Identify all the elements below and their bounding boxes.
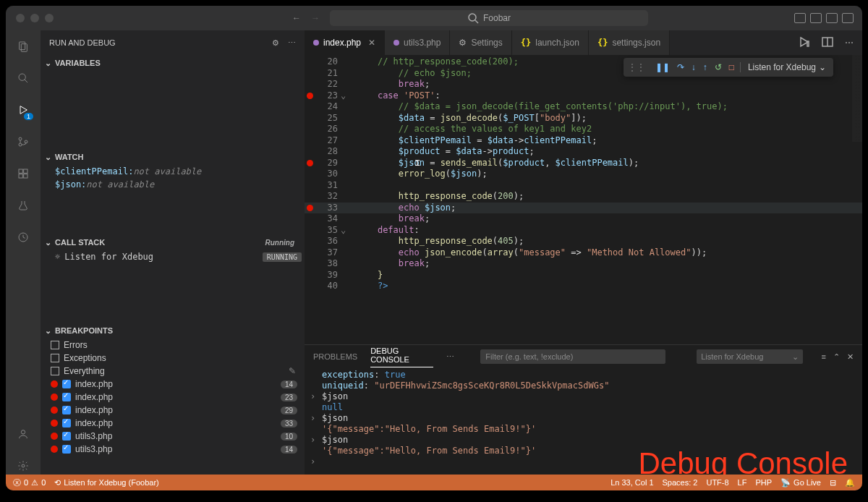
breakpoint-item[interactable]: Everything✎	[41, 365, 305, 378]
breakpoint-item[interactable]: index.php23	[41, 391, 305, 404]
account-icon[interactable]	[14, 425, 32, 443]
svg-line-1	[475, 20, 478, 23]
debug-toolbar[interactable]: ⋮⋮ ❚❚ ↷ ↓ ↑ ↺ □ Listen for Xdebug⌄	[624, 58, 833, 77]
svg-point-7	[19, 137, 22, 140]
search-text: Foobar	[483, 13, 511, 23]
run-icon[interactable]	[799, 36, 810, 50]
indentation[interactable]: Spaces: 2	[663, 478, 698, 487]
extensions-icon[interactable]	[14, 165, 32, 182]
tab-problems[interactable]: PROBLEMS	[313, 352, 357, 361]
stop-icon[interactable]: □	[729, 62, 734, 72]
debug-icon[interactable]: 1	[14, 101, 32, 119]
step-into-icon[interactable]: ↓	[692, 62, 696, 72]
scm-icon[interactable]	[14, 133, 32, 150]
svg-point-16	[22, 464, 25, 467]
back-icon[interactable]: ←	[292, 13, 301, 23]
language[interactable]: PHP	[755, 478, 772, 487]
breakpoint-item[interactable]: utils3.php10	[41, 430, 305, 443]
breakpoint-item[interactable]: Errors	[41, 339, 305, 352]
svg-point-8	[19, 143, 22, 146]
debug-status[interactable]: ⟲ Listen for Xdebug (Foobar)	[54, 478, 158, 488]
titlebar: ← → Foobar	[6, 6, 862, 30]
svg-rect-3	[21, 44, 27, 52]
grip-icon[interactable]: ⋮⋮	[624, 62, 650, 72]
sidebar: RUN AND DEBUG ⚙ ⋯ ⌄VARIABLES ⌄WATCH $cli…	[41, 30, 305, 475]
debug-session-dropdown[interactable]: Listen for Xdebug⌄	[697, 349, 802, 364]
svg-rect-10	[19, 169, 22, 173]
tab[interactable]: {}launch.json	[512, 30, 589, 55]
debug-config-dropdown[interactable]: Listen for Xdebug⌄	[740, 62, 833, 72]
svg-point-15	[21, 430, 25, 434]
callstack-item[interactable]: ☼ Listen for Xdebug RUNNING	[41, 250, 305, 263]
svg-line-5	[25, 80, 27, 82]
chevron-up-icon[interactable]: ⌃	[833, 352, 840, 362]
search-icon	[467, 12, 479, 24]
section-breakpoints[interactable]: ⌄BREAKPOINTS	[41, 323, 305, 339]
editor-tabs: index.php✕utils3.php⚙Settings{}launch.js…	[305, 30, 862, 55]
svg-point-0	[469, 14, 476, 21]
layout-controls[interactable]	[794, 13, 854, 23]
minimap[interactable]	[852, 55, 862, 229]
window-controls[interactable]	[12, 14, 54, 22]
svg-rect-13	[24, 174, 27, 178]
status-bar: ⓧ 0 ⚠ 0 ⟲ Listen for Xdebug (Foobar) Ln …	[6, 475, 862, 490]
section-variables[interactable]: ⌄VARIABLES	[41, 55, 305, 71]
annotation: Debug Console	[638, 458, 848, 469]
more-icon[interactable]: ⋯	[288, 38, 296, 48]
editor[interactable]: ⋮⋮ ❚❚ ↷ ↓ ↑ ↺ □ Listen for Xdebug⌄ 20 //…	[305, 55, 862, 344]
watch-item[interactable]: $json: not available	[41, 178, 305, 191]
explorer-icon[interactable]	[14, 38, 32, 55]
timeline-icon[interactable]	[14, 229, 32, 246]
split-icon[interactable]	[822, 36, 833, 50]
section-callstack[interactable]: ⌄CALL STACKRunning	[41, 234, 305, 250]
pause-icon[interactable]: ❚❚	[655, 62, 670, 72]
breakpoint-item[interactable]: utils3.php14	[41, 443, 305, 456]
watch-item[interactable]: $clientPPemail: not available	[41, 165, 305, 178]
search-icon[interactable]	[14, 69, 32, 87]
tab[interactable]: {}settings.json	[589, 30, 670, 55]
step-over-icon[interactable]: ↷	[677, 62, 684, 72]
settings-icon[interactable]	[14, 457, 32, 475]
feedback-icon[interactable]: ⊟	[830, 478, 836, 488]
command-center[interactable]: Foobar	[330, 10, 648, 26]
clear-icon[interactable]: ≡	[822, 352, 826, 362]
panel: PROBLEMS DEBUG CONSOLE ⋯ Filter (e.g. te…	[305, 344, 862, 475]
step-out-icon[interactable]: ↑	[703, 62, 707, 72]
tab[interactable]: ⚙Settings	[450, 30, 511, 55]
activity-bar: 1	[6, 30, 41, 475]
testing-icon[interactable]	[14, 197, 32, 214]
forward-icon[interactable]: →	[311, 13, 320, 23]
cursor-position[interactable]: Ln 33, Col 1	[610, 478, 653, 487]
tab-debug-console[interactable]: DEBUG CONSOLE	[370, 346, 433, 367]
breakpoint-item[interactable]: Exceptions	[41, 352, 305, 365]
section-watch[interactable]: ⌄WATCH	[41, 149, 305, 165]
filter-input[interactable]: Filter (e.g. text, !exclude)	[480, 349, 665, 364]
gear-icon[interactable]: ⚙	[272, 38, 279, 48]
breakpoint-item[interactable]: index.php29	[41, 404, 305, 417]
restart-icon[interactable]: ↺	[715, 62, 722, 72]
go-live[interactable]: 📡 Go Live	[780, 478, 821, 488]
breakpoint-item[interactable]: index.php33	[41, 417, 305, 430]
eol[interactable]: LF	[738, 478, 747, 487]
svg-rect-11	[24, 169, 27, 173]
breakpoint-item[interactable]: index.php14	[41, 378, 305, 391]
debug-console[interactable]: Debug Console exceptions: true uniqueid:…	[305, 368, 862, 475]
svg-point-4	[19, 74, 25, 80]
encoding[interactable]: UTF-8	[706, 478, 728, 487]
tab[interactable]: index.php✕	[305, 30, 385, 55]
more-icon[interactable]: ⋯	[845, 38, 854, 48]
sidebar-title: RUN AND DEBUG	[49, 38, 116, 47]
errors-count[interactable]: ⓧ 0 ⚠ 0	[13, 477, 46, 488]
more-icon[interactable]: ⋯	[446, 352, 454, 362]
svg-rect-12	[19, 174, 22, 178]
svg-rect-2	[20, 42, 25, 50]
close-icon[interactable]: ✕	[847, 352, 854, 362]
bell-icon[interactable]: 🔔	[845, 478, 855, 488]
tab[interactable]: utils3.php	[385, 30, 450, 55]
